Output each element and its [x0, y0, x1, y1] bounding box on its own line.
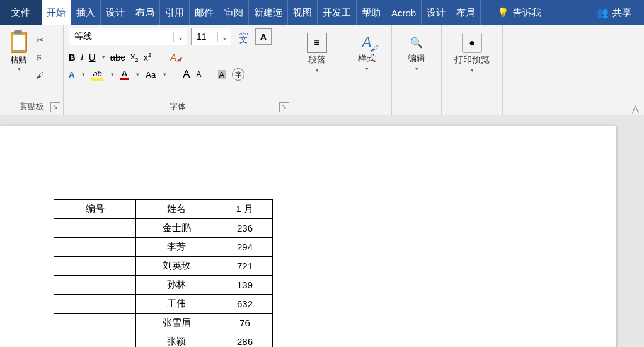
lightbulb-icon: 💡: [497, 7, 509, 18]
phonetic-guide-button[interactable]: wén 文: [235, 28, 251, 45]
tab-insert[interactable]: 插入: [71, 0, 101, 25]
clear-format-button[interactable]: A◢: [170, 52, 181, 62]
chevron-down-icon[interactable]: ▾: [316, 67, 319, 73]
group-font: 等线 ⌄ 11 ⌄ wén 文 A B I U▾: [64, 25, 292, 115]
tab-developer[interactable]: 开发工: [318, 0, 357, 25]
table-cell[interactable]: 139: [217, 276, 273, 295]
editing-label: 编辑: [408, 53, 425, 64]
bold-button[interactable]: B: [69, 52, 76, 62]
table-cell[interactable]: 金士鹏: [136, 219, 217, 238]
copy-icon[interactable]: ⎘: [33, 50, 47, 64]
strike-button[interactable]: abc: [110, 52, 125, 62]
table-cell[interactable]: [54, 257, 136, 276]
share-label: 共享: [612, 7, 631, 19]
highlight-dropdown[interactable]: ▾: [111, 71, 114, 78]
table-cell[interactable]: [54, 295, 136, 314]
change-case-button[interactable]: Aa: [146, 70, 156, 79]
table-cell[interactable]: 632: [217, 295, 273, 314]
tab-table-design[interactable]: 设计: [422, 0, 451, 25]
chevron-down-icon[interactable]: ▾: [471, 67, 474, 73]
shrink-font-button[interactable]: A: [197, 70, 202, 79]
tab-help[interactable]: 帮助: [357, 0, 386, 25]
table-cell[interactable]: 286: [217, 332, 273, 348]
enclose-char-button[interactable]: 字: [232, 68, 244, 81]
tab-layout[interactable]: 布局: [130, 0, 160, 25]
font-size-combo[interactable]: 11 ⌄: [191, 28, 231, 45]
chevron-down-icon[interactable]: ▾: [415, 66, 418, 72]
editing-button[interactable]: 🔍 编辑 ▾: [397, 33, 436, 72]
textfx-dropdown[interactable]: ▾: [82, 71, 85, 78]
share-button[interactable]: 👥 共享: [584, 0, 644, 25]
table-header-cell[interactable]: 编号: [54, 200, 136, 219]
tab-references[interactable]: 引用: [160, 0, 190, 25]
tab-home[interactable]: 开始: [42, 0, 71, 25]
font-launcher[interactable]: ↘: [279, 102, 289, 112]
table-cell[interactable]: [54, 238, 136, 257]
grow-font-button[interactable]: A: [183, 68, 190, 81]
table-cell[interactable]: 王伟: [136, 295, 217, 314]
tab-mailings[interactable]: 邮件: [190, 0, 219, 25]
share-icon: 👥: [597, 7, 609, 18]
table-cell[interactable]: 刘英玫: [136, 257, 217, 276]
format-painter-icon[interactable]: 🖌: [33, 68, 47, 82]
italic-button[interactable]: I: [81, 52, 84, 62]
table-cell[interactable]: [54, 314, 136, 332]
find-icon: 🔍: [407, 33, 426, 52]
char-shading-button[interactable]: A: [218, 70, 226, 79]
tab-new[interactable]: 新建选: [249, 0, 288, 25]
table-cell[interactable]: 294: [217, 238, 273, 257]
underline-button[interactable]: U: [89, 52, 96, 62]
print-preview-button[interactable]: ● 打印预览 ▾: [447, 33, 497, 73]
clipboard-launcher[interactable]: ↘: [50, 102, 60, 112]
group-clipboard: 粘贴 ▾ ✂ ⎘ 🖌 剪贴板 ↘: [0, 25, 64, 115]
subscript-button[interactable]: x2: [130, 50, 139, 63]
table-cell[interactable]: 李芳: [136, 238, 217, 257]
tab-file[interactable]: 文件: [0, 0, 42, 25]
paste-label[interactable]: 粘贴: [5, 54, 32, 66]
table-cell[interactable]: [54, 219, 136, 238]
font-color-dropdown[interactable]: ▾: [136, 71, 139, 78]
document-table[interactable]: 编号姓名1 月金士鹏236李芳294刘英玫721孙林139王伟632张雪眉76张…: [54, 199, 273, 347]
highlight-button[interactable]: ab: [91, 69, 103, 81]
char-border-button[interactable]: A: [255, 28, 272, 45]
table-cell[interactable]: 张雪眉: [136, 314, 217, 332]
tab-design[interactable]: 设计: [101, 0, 130, 25]
font-color-button[interactable]: A: [120, 69, 129, 80]
tab-review[interactable]: 审阅: [219, 0, 249, 25]
table-cell[interactable]: 张颖: [136, 332, 217, 348]
underline-dropdown[interactable]: ▾: [102, 54, 105, 60]
tab-acrobat[interactable]: Acrob: [386, 0, 422, 25]
paste-dropdown[interactable]: ▾: [6, 66, 32, 72]
table-header-cell[interactable]: 姓名: [136, 200, 217, 219]
case-dropdown[interactable]: ▾: [163, 71, 166, 78]
superscript-button[interactable]: x2: [143, 52, 151, 62]
font-group-label: 字体: [64, 101, 292, 115]
page[interactable]: 编号姓名1 月金士鹏236李芳294刘英玫721孙林139王伟632张雪眉76张…: [0, 126, 616, 347]
tab-table-layout[interactable]: 布局: [451, 0, 481, 25]
table-cell[interactable]: [54, 332, 136, 348]
collapse-ribbon-icon[interactable]: ⋀: [632, 104, 639, 114]
tell-me-label: 告诉我: [513, 7, 541, 19]
text-effects-button[interactable]: A: [69, 70, 74, 79]
table-cell[interactable]: [54, 276, 136, 295]
cut-icon[interactable]: ✂: [33, 33, 47, 47]
paste-icon[interactable]: [9, 30, 28, 53]
table-cell[interactable]: 76: [217, 314, 273, 332]
font-name-combo[interactable]: 等线 ⌄: [69, 28, 187, 45]
paragraph-label: 段落: [308, 54, 326, 66]
styles-button[interactable]: A🖌 样式 ▾: [347, 33, 386, 72]
table-cell[interactable]: 孙林: [136, 276, 217, 295]
table-header-cell[interactable]: 1 月: [217, 200, 273, 219]
font-name-value: 等线: [69, 31, 173, 42]
chevron-down-icon[interactable]: ⌄: [217, 32, 231, 42]
chevron-down-icon[interactable]: ▾: [365, 66, 369, 72]
table-cell[interactable]: 236: [217, 219, 273, 238]
paragraph-button[interactable]: ≡ 段落 ▾: [297, 33, 336, 73]
tab-view[interactable]: 视图: [288, 0, 318, 25]
chevron-down-icon[interactable]: ⌄: [173, 32, 187, 42]
table-row: 金士鹏236: [54, 219, 273, 238]
document-area: 编号姓名1 月金士鹏236李芳294刘英玫721孙林139王伟632张雪眉76张…: [0, 115, 644, 347]
styles-icon: A🖌: [357, 33, 376, 52]
table-cell[interactable]: 721: [217, 257, 273, 276]
tell-me[interactable]: 💡 告诉我: [487, 0, 551, 25]
